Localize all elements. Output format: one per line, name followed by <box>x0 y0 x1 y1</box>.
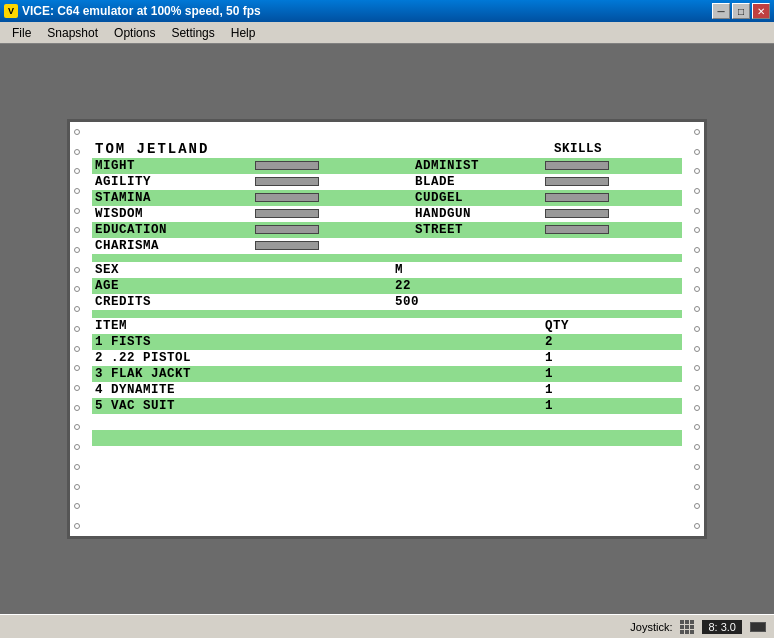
border-dot <box>74 306 80 312</box>
skill-street-label: STREET <box>415 223 463 237</box>
character-name: TOM JETLAND <box>95 141 209 157</box>
border-dot <box>74 424 80 430</box>
skill-administ-bar <box>545 161 609 170</box>
border-dot <box>694 464 700 470</box>
border-dot <box>694 188 700 194</box>
border-dot <box>694 129 700 135</box>
border-dot <box>74 149 80 155</box>
inv-item-1: FISTS <box>111 335 151 349</box>
border-dot <box>694 286 700 292</box>
border-dot <box>694 247 700 253</box>
inv-num-3: 3 <box>95 367 111 381</box>
joystick-dots <box>680 620 694 634</box>
maximize-button[interactable]: □ <box>732 3 750 19</box>
menu-file[interactable]: File <box>4 24 39 42</box>
left-border-dots <box>74 122 80 536</box>
skill-blade-bar <box>545 177 609 186</box>
stat-wisdom-bar <box>255 209 319 218</box>
title-bar-left: V VICE: C64 emulator at 100% speed, 50 f… <box>4 4 261 18</box>
menu-snapshot[interactable]: Snapshot <box>39 24 106 42</box>
menu-help[interactable]: Help <box>223 24 264 42</box>
border-dot <box>694 405 700 411</box>
skill-cudgel-label: CUDGEL <box>415 191 463 205</box>
jdot <box>690 620 694 624</box>
border-dot <box>74 523 80 529</box>
border-dot <box>74 484 80 490</box>
table-row: SEX M <box>92 262 682 278</box>
emulator-area: TOM JETLAND SKILLS MIGHT <box>0 44 774 614</box>
border-dot <box>694 484 700 490</box>
inv-qty-1: 2 <box>545 335 553 349</box>
jdot <box>690 630 694 634</box>
border-dot <box>694 523 700 529</box>
table-row: EDUCATION STREET <box>92 222 682 238</box>
title-bar: V VICE: C64 emulator at 100% speed, 50 f… <box>0 0 774 22</box>
table-row: CREDITS 500 <box>92 294 682 310</box>
jdot <box>685 630 689 634</box>
table-row: 2 .22 PISTOL 1 <box>92 350 682 366</box>
minimize-button[interactable]: ─ <box>712 3 730 19</box>
table-row: 5 VAC SUIT 1 <box>92 398 682 414</box>
border-dot <box>694 424 700 430</box>
qty-header: QTY <box>545 319 569 333</box>
table-row: ITEM QTY <box>92 318 682 334</box>
border-dot <box>694 346 700 352</box>
inv-item-5: VAC SUIT <box>111 399 175 413</box>
inv-item-2: .22 PISTOL <box>111 351 191 365</box>
inv-item-4: DYNAMITE <box>111 383 175 397</box>
stat-agility-bar <box>255 177 319 186</box>
border-dot <box>74 464 80 470</box>
menu-bar: File Snapshot Options Settings Help <box>0 22 774 44</box>
stat-stamina-label: STAMINA <box>95 191 151 205</box>
table-row <box>92 310 682 318</box>
age-label: AGE <box>95 279 119 293</box>
skill-street-bar <box>545 225 609 234</box>
border-dot <box>74 326 80 332</box>
border-dot <box>694 326 700 332</box>
table-row: 4 DYNAMITE 1 <box>92 382 682 398</box>
jdot <box>685 620 689 624</box>
skill-administ-label: ADMINIST <box>415 159 479 173</box>
inv-num-4: 4 <box>95 383 111 397</box>
border-dot <box>74 227 80 233</box>
border-dot <box>74 188 80 194</box>
border-dot <box>74 208 80 214</box>
table-row: STAMINA CUDGEL <box>92 190 682 206</box>
border-dot <box>694 385 700 391</box>
stat-education-bar <box>255 225 319 234</box>
skill-cudgel-bar <box>545 193 609 202</box>
table-row: WISDOM HANDGUN <box>92 206 682 222</box>
jdot <box>685 625 689 629</box>
border-dot <box>694 503 700 509</box>
border-dot <box>694 267 700 273</box>
inv-item-3: FLAK JACKT <box>111 367 191 381</box>
window-controls: ─ □ ✕ <box>712 3 770 19</box>
border-dot <box>694 306 700 312</box>
jdot <box>680 625 684 629</box>
skills-label: SKILLS <box>554 142 602 156</box>
c64-content-table: TOM JETLAND SKILLS MIGHT <box>92 130 682 462</box>
right-border-dots <box>694 122 700 536</box>
menu-options[interactable]: Options <box>106 24 163 42</box>
menu-settings[interactable]: Settings <box>163 24 222 42</box>
border-dot <box>694 444 700 450</box>
stat-charisma-bar <box>255 241 319 250</box>
table-row: TOM JETLAND SKILLS <box>92 140 682 158</box>
table-row: MIGHT ADMINIST <box>92 158 682 174</box>
border-dot <box>694 149 700 155</box>
inv-num-5: 5 <box>95 399 111 413</box>
stat-stamina-bar <box>255 193 319 202</box>
table-row: AGILITY BLADE <box>92 174 682 190</box>
table-row <box>92 414 682 430</box>
border-dot <box>74 385 80 391</box>
table-row: 1 FISTS 2 <box>92 334 682 350</box>
table-row <box>92 430 682 446</box>
stat-might-label: MIGHT <box>95 159 135 173</box>
stat-might-bar <box>255 161 319 170</box>
close-button[interactable]: ✕ <box>752 3 770 19</box>
age-value: 22 <box>395 279 411 293</box>
border-dot <box>694 365 700 371</box>
inv-num-2: 2 <box>95 351 111 365</box>
speed-display: 8: 3.0 <box>702 620 742 634</box>
skill-handgun-label: HANDGUN <box>415 207 471 221</box>
